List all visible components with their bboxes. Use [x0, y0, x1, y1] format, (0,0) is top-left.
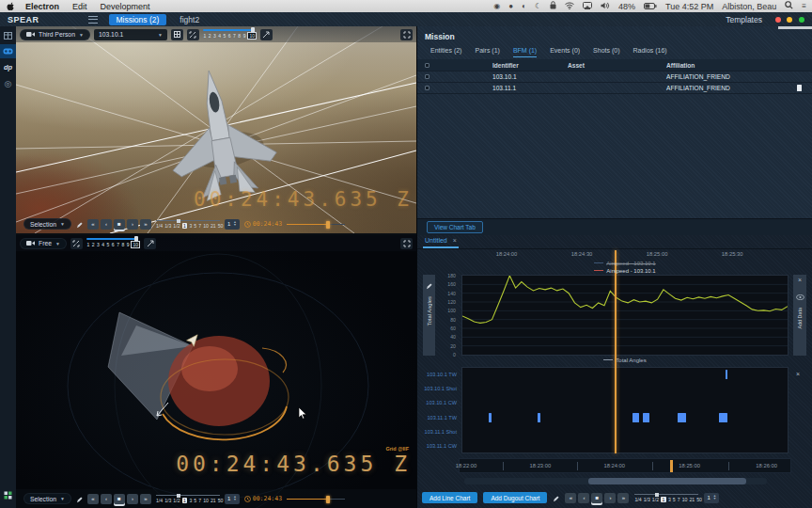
- stop-button[interactable]: ■: [114, 219, 125, 230]
- speed-option[interactable]: 21: [211, 498, 216, 503]
- detail-level-option[interactable]: 5: [106, 242, 110, 247]
- visibility-eye-icon[interactable]: [796, 287, 804, 304]
- speed-option[interactable]: 5: [194, 498, 196, 503]
- navigator-current-time-marker[interactable]: [670, 460, 673, 472]
- speed-option[interactable]: 1/2: [173, 223, 180, 229]
- templates-button[interactable]: Templates: [726, 15, 762, 24]
- add-data-label[interactable]: Add Data: [797, 308, 803, 328]
- dugout-row-label[interactable]: 103.10.1 Shot: [417, 381, 460, 395]
- timeline-scrubber[interactable]: [287, 498, 345, 500]
- annotate-pencil-icon[interactable]: [76, 490, 83, 507]
- add-line-chart-button[interactable]: Add Line Chart: [422, 492, 477, 503]
- detail-level-option[interactable]: 5: [223, 33, 226, 39]
- close-dugout-chart-icon[interactable]: ×: [796, 371, 800, 377]
- speed-selector[interactable]: 1/41/31/21357102150: [156, 219, 220, 229]
- row-checkbox[interactable]: [425, 86, 429, 90]
- menu-user[interactable]: Albiston, Beau: [722, 2, 776, 11]
- row-checkbox[interactable]: [425, 74, 429, 79]
- window-minimize-button[interactable]: [787, 17, 792, 23]
- fast-forward-button[interactable]: »: [617, 493, 629, 503]
- step-forward-button[interactable]: ›: [604, 493, 616, 503]
- layout-grid-icon[interactable]: [0, 28, 16, 42]
- speed-option[interactable]: 1/4: [156, 498, 163, 503]
- detail-level-option[interactable]: 2: [91, 242, 95, 247]
- rewind-button[interactable]: «: [565, 493, 576, 503]
- speed-options[interactable]: 1/41/31/21357102150: [156, 223, 220, 229]
- step-size-stepper[interactable]: 1 ▲▼: [225, 494, 240, 504]
- app-status-icon[interactable]: ●: [508, 0, 513, 12]
- menu-edit[interactable]: Edit: [72, 2, 87, 11]
- speed-option[interactable]: 50: [218, 223, 224, 229]
- close-tab-icon[interactable]: ×: [453, 237, 457, 244]
- camera-mode-dropdown[interactable]: Third Person ▼: [20, 29, 90, 40]
- detail-level-option[interactable]: 9: [126, 242, 130, 247]
- pan-button[interactable]: [260, 29, 273, 40]
- speed-option[interactable]: 1/4: [156, 223, 163, 229]
- speed-option[interactable]: 3: [668, 497, 671, 502]
- detail-level-slider[interactable]: 12345678910: [203, 29, 257, 40]
- line-chart-plot[interactable]: [461, 275, 789, 356]
- selection-mode-dropdown[interactable]: Selection▼: [23, 493, 71, 504]
- pan-button[interactable]: [144, 238, 156, 249]
- detail-level-option[interactable]: 4: [102, 242, 105, 247]
- step-size-stepper[interactable]: 1 ▲▼: [225, 219, 240, 230]
- speed-option[interactable]: 21: [211, 223, 216, 229]
- detail-level-options[interactable]: 12345678910: [203, 32, 257, 40]
- rewind-button[interactable]: «: [87, 219, 99, 230]
- volume-icon[interactable]: [601, 2, 610, 11]
- detail-level-slider[interactable]: 12345678910: [86, 238, 140, 248]
- mission-tab[interactable]: Entities (2): [430, 47, 461, 57]
- detail-level-option[interactable]: 7: [117, 242, 120, 247]
- speed-option[interactable]: 10: [682, 497, 688, 502]
- dugout-row-label[interactable]: 103.11.1 TW: [417, 410, 460, 424]
- detail-level-option[interactable]: 2: [208, 33, 211, 39]
- mission-table-row[interactable]: 103.11.1AFFILIATION_FRIEND: [417, 83, 812, 94]
- fullscreen-button[interactable]: [400, 238, 413, 249]
- sidebar-toggle-icon[interactable]: [88, 16, 98, 24]
- edit-chart-pencil-icon[interactable]: [426, 277, 432, 294]
- mission-table-row[interactable]: 103.10.1AFFILIATION_FRIEND: [417, 71, 812, 83]
- detail-level-option[interactable]: 1: [86, 242, 90, 247]
- speed-option[interactable]: 5: [673, 497, 676, 502]
- viewport-third-person[interactable]: Third Person ▼ 103.10.1▼ 12345678910 00:…: [16, 26, 416, 233]
- speed-option[interactable]: 1: [182, 498, 188, 503]
- detail-level-option[interactable]: 8: [238, 33, 242, 39]
- timeline-navigator[interactable]: 18:22:0018:23:0018:24:0018:25:0018:26:00: [459, 458, 791, 473]
- dugout-bar[interactable]: [489, 413, 492, 422]
- detail-level-option[interactable]: 7: [233, 33, 237, 39]
- col-affiliation[interactable]: Affiliation: [666, 62, 786, 69]
- record-status-icon[interactable]: ◉: [493, 0, 500, 12]
- step-forward-button[interactable]: ›: [127, 494, 138, 504]
- speed-options[interactable]: 1/41/31/21357102150: [156, 498, 220, 503]
- select-all-checkbox[interactable]: [425, 63, 429, 68]
- speed-option[interactable]: 50: [218, 498, 224, 503]
- timeline-scrollbar[interactable]: [464, 478, 767, 484]
- detail-level-option[interactable]: 3: [212, 33, 216, 39]
- legend-entry[interactable]: Airspeed - 103.10.1: [461, 267, 789, 275]
- dugout-bar[interactable]: [643, 413, 649, 422]
- speed-option[interactable]: 7: [198, 498, 201, 503]
- mission-tab[interactable]: Pairs (1): [475, 47, 499, 57]
- tab-missions[interactable]: Missions (2): [109, 14, 167, 25]
- viewport-free-camera[interactable]: Free ▼ 12345678910 Grid @IIF 00:24:43.63…: [16, 235, 416, 508]
- dugout-bar[interactable]: [632, 413, 639, 422]
- speed-option[interactable]: 7: [678, 497, 680, 502]
- stop-button[interactable]: ■: [114, 494, 125, 504]
- fullscreen-button[interactable]: [400, 29, 413, 40]
- speed-option[interactable]: 10: [203, 223, 209, 229]
- step-size-stepper[interactable]: 1 ▲▼: [704, 493, 719, 503]
- detail-level-option[interactable]: 10: [131, 241, 140, 248]
- time-cursor-line[interactable]: [615, 250, 617, 453]
- rewind-button[interactable]: «: [87, 494, 99, 504]
- dugout-row-label[interactable]: 103.10.1 CW: [417, 396, 460, 410]
- grid-view-button[interactable]: [171, 29, 183, 40]
- camera-mode-dropdown[interactable]: Free ▼: [20, 238, 67, 249]
- speed-option[interactable]: 1: [182, 223, 188, 229]
- detail-level-option[interactable]: 3: [97, 242, 101, 247]
- speed-option[interactable]: 1/3: [644, 497, 650, 502]
- speed-option[interactable]: 1/3: [164, 498, 171, 503]
- apple-menu-icon[interactable]: [6, 1, 14, 11]
- do-not-disturb-icon[interactable]: ☾: [535, 0, 541, 12]
- detail-level-option[interactable]: 9: [242, 33, 246, 39]
- mission-tab[interactable]: Shots (0): [593, 47, 619, 57]
